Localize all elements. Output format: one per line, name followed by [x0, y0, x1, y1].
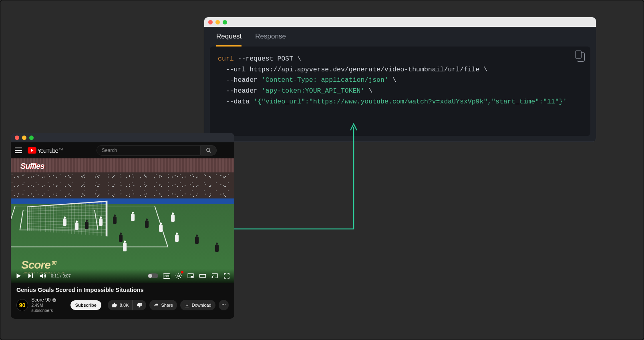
svg-point-8 [52, 298, 56, 302]
captions-icon[interactable]: CC [163, 273, 170, 279]
theater-icon[interactable] [199, 272, 206, 279]
video-time: 0:11 / 9:07 [51, 273, 71, 278]
mac-titlebar [11, 133, 234, 142]
channel-name[interactable]: Score 90 [31, 297, 64, 303]
video-player[interactable]: Suffles Score90' QUALITY FOOTBALL VIDEOS [11, 158, 234, 283]
svg-point-1 [206, 148, 209, 152]
youtube-logo[interactable]: YouTube TM [28, 147, 63, 154]
video-controls: 0:11 / 9:07 CC [11, 269, 234, 283]
share-icon [153, 302, 159, 308]
code-l5b: '{"video_url":"https://www.youtube.com/w… [254, 98, 567, 105]
menu-icon[interactable] [15, 148, 22, 153]
code-l2: --url https://api.apyverse.dev/generate/… [218, 66, 487, 73]
video-meta: Genius Goals Scored in Impossible Situat… [11, 283, 234, 319]
youtube-logo-text: YouTube [37, 147, 58, 154]
autoplay-toggle[interactable] [148, 273, 158, 278]
channel-avatar[interactable]: 90 [16, 299, 28, 311]
search-button[interactable] [201, 145, 217, 156]
share-button[interactable]: Share [149, 300, 177, 310]
video-action-row: 90 Score 90 2.49M subscribers Subscribe … [16, 297, 229, 313]
svg-line-2 [209, 151, 211, 153]
next-icon[interactable] [27, 272, 34, 279]
svg-rect-5 [191, 276, 193, 278]
video-frame: Suffles Score90' QUALITY FOOTBALL VIDEOS [11, 158, 234, 283]
svg-point-7 [212, 277, 213, 278]
code-block: curl --request POST \ --url https://api.… [210, 47, 590, 136]
code-l4c: \ [364, 87, 372, 95]
minimize-icon[interactable] [22, 136, 26, 140]
code-l3c: \ [388, 76, 396, 84]
code-l3a: --header [218, 76, 262, 84]
tab-request[interactable]: Request [216, 32, 242, 47]
close-icon[interactable] [15, 136, 19, 140]
subscriber-count: 2.49M subscribers [31, 303, 64, 313]
stadium-brand: Suffles [20, 162, 44, 171]
video-title: Genius Goals Scored in Impossible Situat… [16, 287, 229, 293]
subscribe-button[interactable]: Subscribe [70, 300, 101, 310]
more-button[interactable]: ⋯ [219, 300, 229, 310]
youtube-window: YouTube TM Search Suffles [11, 133, 234, 319]
mac-titlebar [204, 17, 596, 27]
maximize-icon[interactable] [29, 136, 34, 140]
like-count: 8.8K [120, 303, 129, 308]
api-request-window: Request Response curl --request POST \ -… [204, 17, 596, 142]
code-l4a: --header [218, 87, 262, 95]
like-dislike-group: 8.8K [108, 300, 147, 310]
svg-point-3 [178, 275, 180, 277]
copy-button[interactable] [577, 52, 585, 62]
minimize-icon[interactable] [215, 20, 220, 24]
search-input[interactable]: Search [97, 145, 201, 156]
download-icon [184, 302, 190, 308]
settings-icon[interactable] [175, 272, 182, 279]
code-l3b: 'Content-Type: application/json' [262, 76, 388, 84]
code-l4b: 'apy-token:YOUR_API_TOKEN' [262, 87, 364, 95]
youtube-header: YouTube TM Search [11, 142, 234, 158]
close-icon[interactable] [208, 20, 213, 24]
channel-info: Score 90 2.49M subscribers [31, 297, 64, 313]
search-wrap: Search [97, 145, 217, 156]
code-cmd: curl [218, 55, 234, 63]
download-button[interactable]: Download [180, 300, 215, 310]
api-tabs: Request Response [204, 27, 596, 47]
play-icon[interactable] [15, 272, 22, 279]
svg-rect-6 [200, 274, 206, 277]
like-button[interactable]: 8.8K [108, 300, 133, 310]
code-l1: --request POST \ [234, 55, 301, 63]
search-icon [206, 148, 211, 153]
verified-icon [52, 298, 56, 302]
tab-response[interactable]: Response [255, 32, 286, 47]
cast-icon[interactable] [211, 272, 218, 279]
maximize-icon[interactable] [223, 20, 227, 24]
volume-icon[interactable] [39, 272, 46, 279]
fullscreen-icon[interactable] [223, 272, 230, 279]
thumbs-down-icon [137, 302, 142, 308]
youtube-tm: TM [59, 148, 63, 151]
miniplayer-icon[interactable] [187, 272, 194, 279]
dislike-button[interactable] [132, 300, 146, 310]
thumbs-up-icon [112, 302, 117, 308]
code-l5a: --data [218, 98, 254, 105]
